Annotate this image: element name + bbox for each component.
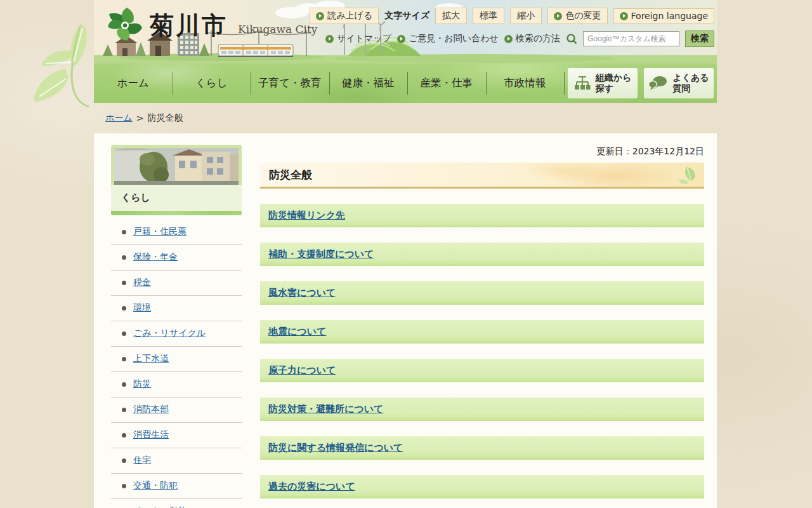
- nav-item-shisei[interactable]: 市政情報: [486, 64, 565, 103]
- sidebar-item-zeikin[interactable]: 税金: [133, 277, 151, 288]
- link-hojo-shien[interactable]: 補助・支援制度について: [268, 248, 374, 260]
- nav-item-kenko[interactable]: 健康・福祉: [329, 64, 408, 103]
- search-help-link[interactable]: 検索の方法: [504, 33, 560, 44]
- link-joho-hasshin[interactable]: 防災に関する情報発信について: [268, 442, 403, 454]
- list-item: 保険・年金: [111, 245, 242, 271]
- arrow-circle-icon: [504, 35, 513, 43]
- leaf-decoration-icon: [671, 163, 700, 185]
- site-logo[interactable]: 菊川市 Kikugawa City: [105, 6, 317, 44]
- sidebar-item-koseki[interactable]: 戸籍・住民票: [133, 226, 187, 237]
- topic-link-bar: 風水害について: [260, 281, 704, 305]
- list-item: 消防本部: [111, 398, 242, 423]
- city-emblem-icon: [105, 6, 145, 44]
- page-title: 防災全般: [260, 163, 704, 189]
- topic-link-bar: 原子力について: [260, 359, 704, 382]
- bullet-icon: [122, 382, 126, 387]
- breadcrumb-home-link[interactable]: ホーム: [105, 112, 133, 124]
- sidebar-item-jutaku[interactable]: 住宅: [133, 455, 151, 466]
- list-item: 消費生活: [111, 423, 242, 448]
- tool-row-top: 読み上げる 文字サイズ 拡大 標準 縮小 色の変更 Foreign langua…: [310, 8, 714, 24]
- org-chart-icon: [574, 76, 591, 91]
- foreign-language-button[interactable]: Foreign language: [613, 8, 714, 23]
- topic-link-bar: 防災対策・避難所について: [260, 398, 704, 421]
- sidebar-item-kotsu[interactable]: 交通・防犯: [133, 480, 178, 491]
- site-banner: 菊川市 Kikugawa City 読み上げる 文字サイズ 拡大 標準 縮小 色…: [94, 0, 717, 64]
- list-item: 税金: [111, 271, 242, 296]
- bullet-icon: [122, 331, 126, 336]
- nav-item-kurashi[interactable]: くらし: [173, 64, 251, 103]
- search-submit-button[interactable]: 検索: [685, 30, 714, 47]
- sitemap-link[interactable]: サイトマップ: [325, 33, 391, 44]
- font-enlarge-button[interactable]: 拡大: [435, 8, 467, 24]
- arrow-circle-icon: [620, 12, 628, 20]
- font-shrink-button[interactable]: 縮小: [510, 8, 542, 24]
- list-item: 上下水道: [111, 347, 242, 372]
- bullet-icon: [122, 357, 126, 361]
- sidebar-item-gomi[interactable]: ごみ・リサイクル: [133, 328, 206, 339]
- nav-item-kosodate[interactable]: 子育て・教育: [251, 64, 329, 103]
- sidebar-item-shobo[interactable]: 消防本部: [133, 404, 169, 415]
- list-item: 環境: [111, 296, 242, 321]
- list-item: ごみ・リサイクル: [111, 321, 242, 347]
- list-item: 戸籍・住民票: [111, 220, 242, 245]
- arrow-circle-icon: [554, 12, 562, 20]
- sidebar-item-hoken[interactable]: 保険・年金: [133, 251, 178, 263]
- sidebar-link-list: 戸籍・住民票 保険・年金 税金 環境 ごみ・リサイクル 上下水道 防災 消防本部…: [111, 220, 242, 508]
- link-kako-saigai[interactable]: 過去の災害について: [268, 481, 355, 493]
- topic-link-bar: 補助・支援制度について: [260, 243, 704, 266]
- search-icon: [566, 33, 577, 44]
- bullet-icon: [122, 306, 126, 311]
- topic-link-bar: 過去の災害について: [260, 475, 704, 498]
- arrow-circle-icon: [316, 12, 324, 20]
- link-genshiryoku[interactable]: 原子力について: [268, 364, 336, 377]
- breadcrumb-separator: >: [136, 113, 144, 123]
- sidebar-green-strip: [111, 211, 242, 215]
- org-search-button[interactable]: 組織から探す: [568, 68, 638, 98]
- page-column: 菊川市 Kikugawa City 読み上げる 文字サイズ 拡大 標準 縮小 色…: [94, 0, 717, 508]
- list-item: 住宅: [111, 448, 242, 474]
- font-standard-button[interactable]: 標準: [473, 8, 504, 24]
- content-panel: くらし 戸籍・住民票 保険・年金 税金 環境 ごみ・リサイクル 上下水道 防災 …: [94, 133, 717, 508]
- color-change-button[interactable]: 色の変更: [547, 8, 607, 24]
- header-tools: 読み上げる 文字サイズ 拡大 標準 縮小 色の変更 Foreign langua…: [310, 8, 714, 47]
- breadcrumb: ホーム > 防災全般: [94, 103, 717, 133]
- global-nav: ホーム くらし 子育て・教育 健康・福祉 産業・仕事 市政情報 組織から探す よ…: [94, 64, 717, 103]
- sidebar-item-shohi[interactable]: 消費生活: [133, 429, 169, 441]
- sidebar-item-pet[interactable]: ペット・動物: [133, 505, 187, 508]
- nav-separator: [564, 72, 565, 95]
- bullet-icon: [122, 408, 126, 412]
- bullet-icon: [122, 281, 126, 285]
- topic-link-bar: 防災に関する情報発信について: [260, 436, 704, 460]
- sidebar-item-jogesuido[interactable]: 上下水道: [133, 353, 169, 364]
- list-item: 交通・防犯: [111, 474, 242, 499]
- org-search-label: 組織から探す: [596, 72, 632, 94]
- topic-link-bar: 地震について: [260, 320, 704, 344]
- sidebar-category-title: くらし: [111, 185, 242, 211]
- sidebar-photo-frame: [111, 145, 242, 185]
- arrow-circle-icon: [397, 35, 405, 43]
- bullet-icon: [122, 255, 126, 260]
- bullet-icon: [122, 484, 126, 488]
- nav-item-home[interactable]: ホーム: [94, 64, 173, 103]
- read-aloud-button[interactable]: 読み上げる: [310, 8, 379, 24]
- list-item: 防災: [111, 372, 242, 398]
- contact-link[interactable]: ご意見・お問い合わせ: [397, 33, 499, 44]
- sidebar-item-bosai[interactable]: 防災: [133, 378, 151, 390]
- list-item: ペット・動物: [111, 499, 242, 508]
- topic-link-bar: 防災情報リンク先: [260, 204, 704, 227]
- link-taisaku-hinanjo[interactable]: 防災対策・避難所について: [268, 403, 383, 415]
- link-bosai-joho[interactable]: 防災情報リンク先: [268, 210, 345, 222]
- bullet-icon: [122, 230, 126, 234]
- link-jishin[interactable]: 地震について: [268, 326, 326, 338]
- nav-item-sangyo[interactable]: 産業・仕事: [407, 64, 486, 103]
- sidebar-item-kankyo[interactable]: 環境: [133, 302, 151, 314]
- link-fusuigai[interactable]: 風水害について: [268, 287, 336, 299]
- arrow-circle-icon: [325, 35, 334, 43]
- faq-button[interactable]: よくある質問: [644, 68, 714, 98]
- leaf-branch-decoration: [5, 11, 107, 145]
- bullet-icon: [122, 433, 126, 438]
- sidebar-category-photo: [114, 148, 239, 185]
- site-search-input[interactable]: [583, 31, 679, 46]
- tool-row-bottom: サイトマップ ご意見・お問い合わせ 検索の方法 検索: [325, 30, 714, 47]
- breadcrumb-current: 防災全般: [147, 112, 183, 124]
